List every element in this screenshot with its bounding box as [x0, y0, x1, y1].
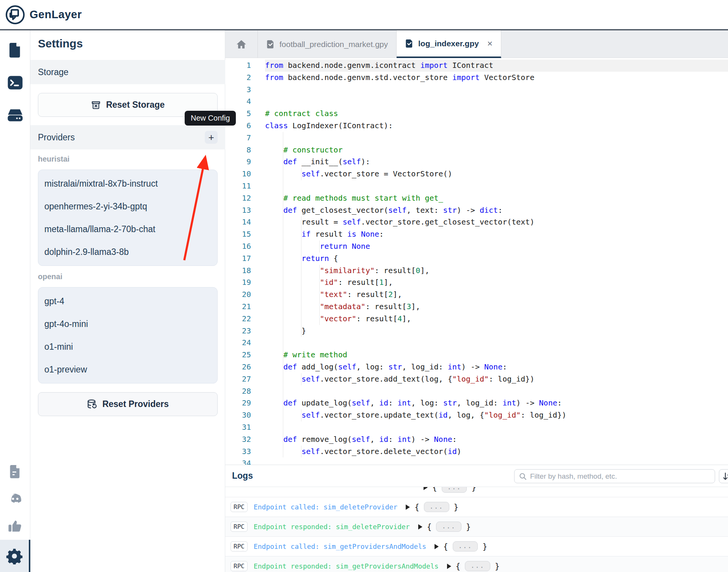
- log-filter-input[interactable]: [530, 472, 710, 481]
- logs-panel: Logs { ... } RPC Endp: [225, 465, 728, 572]
- provider-model-item[interactable]: mistralai/mixtral-8x7b-instruct: [38, 179, 217, 189]
- providers-section-label: Providers: [38, 132, 75, 143]
- expand-caret-icon[interactable]: [406, 504, 410, 510]
- provider-model-item[interactable]: gpt-4o-mini: [38, 319, 217, 329]
- log-row[interactable]: RPC Endpoint called: sim_getProvidersAnd…: [225, 537, 728, 556]
- code-line: 15if result is None:: [225, 228, 728, 240]
- line-number: 14: [225, 216, 251, 228]
- provider-model-item[interactable]: dolphin-2.9-llama3-8b: [38, 247, 217, 257]
- genlayer-logo-icon: [5, 5, 25, 25]
- expand-dots-pill[interactable]: ...: [442, 487, 467, 493]
- log-filter: [514, 469, 715, 483]
- sort-icon: [722, 472, 728, 481]
- provider-model-item[interactable]: o1-preview: [38, 365, 217, 375]
- reset-storage-label: Reset Storage: [106, 100, 165, 110]
- expand-dots-pill[interactable]: ...: [465, 561, 490, 571]
- code-line: 20"text": result[2],: [225, 289, 728, 301]
- line-number: 19: [225, 277, 251, 289]
- open-brace: {: [456, 562, 461, 571]
- code-editor-content[interactable]: 1from backend.node.genvm.icontract impor…: [225, 58, 728, 465]
- code-line: 4: [225, 96, 728, 108]
- settings-gear-icon: [6, 548, 23, 564]
- expand-dots-pill[interactable]: ...: [424, 502, 449, 512]
- expand-caret-icon[interactable]: [447, 564, 451, 569]
- line-number: 1: [225, 60, 251, 72]
- code-line: 6class LogIndexer(IContract):: [225, 120, 728, 132]
- close-brace: }: [482, 542, 487, 551]
- provider-card-heuristai: mistralai/mixtral-8x7b-instruct openherm…: [38, 170, 218, 266]
- thumbs-up-icon[interactable]: [7, 518, 24, 534]
- code-line: 27self.vector_store.add_text(log, {"log_…: [225, 373, 728, 385]
- expand-dots-pill[interactable]: ...: [453, 541, 478, 552]
- line-number: 24: [225, 337, 251, 349]
- code-line: 26def add_log(self, log: str, log_id: in…: [225, 361, 728, 373]
- provider-model-item[interactable]: openhermes-2-yi-34b-gptq: [38, 201, 217, 212]
- line-number: 18: [225, 265, 251, 277]
- expand-caret-icon[interactable]: [435, 544, 439, 549]
- editor-tab[interactable]: log_indexer.gpy ×: [397, 30, 501, 58]
- line-number: 26: [225, 361, 251, 373]
- reset-providers-label: Reset Providers: [102, 399, 169, 409]
- code-line: 9def __init__(self):: [225, 156, 728, 168]
- rpc-badge: RPC: [231, 561, 248, 571]
- line-number: 31: [225, 421, 251, 434]
- line-number: 2: [225, 72, 251, 84]
- editor-tab-bar: football_prediction_market.gpy log_index…: [225, 30, 728, 58]
- close-brace: }: [466, 522, 471, 531]
- docs-file-icon[interactable]: [7, 463, 24, 480]
- line-number: 17: [225, 253, 251, 265]
- open-brace: {: [432, 487, 437, 492]
- genlayer-logo: GenLayer: [0, 5, 82, 25]
- log-message: Endpoint responded: sim_deleteProvider: [254, 523, 410, 531]
- storage-section-label: Storage: [38, 67, 69, 77]
- log-list: { ... } RPC Endpoint called: sim_deleteP…: [225, 487, 728, 572]
- file-check-icon: [266, 40, 275, 49]
- storage-section-header: Storage: [30, 60, 225, 84]
- expand-dots-pill[interactable]: ...: [436, 522, 461, 532]
- code-line: 32def remove_log(self, id: int) -> None:: [225, 434, 728, 446]
- provider-model-item[interactable]: o1-mini: [38, 342, 217, 352]
- sort-logs-button[interactable]: [719, 469, 728, 483]
- line-number: 15: [225, 228, 251, 240]
- storage-drive-icon[interactable]: [7, 107, 24, 124]
- provider-group-label-heuristai: heuristai: [38, 155, 69, 163]
- log-message: Endpoint responded: sim_getProvidersAndM…: [254, 562, 439, 570]
- app-header: GenLayer: [0, 0, 728, 30]
- home-icon: [236, 39, 246, 49]
- line-number: 9: [225, 156, 251, 168]
- provider-model-item[interactable]: gpt-4: [38, 296, 217, 306]
- contracts-file-icon[interactable]: [7, 42, 24, 58]
- file-check-icon: [405, 39, 414, 48]
- tab-home[interactable]: [225, 30, 258, 58]
- search-icon: [519, 473, 527, 480]
- line-number: 28: [225, 385, 251, 398]
- editor-tab[interactable]: football_prediction_market.gpy: [258, 30, 397, 58]
- code-line: 25# write method: [225, 349, 728, 361]
- provider-model-item[interactable]: meta-llama/llama-2-70b-chat: [38, 224, 217, 234]
- settings-gear-tab[interactable]: [0, 540, 30, 572]
- close-tab-icon[interactable]: ×: [487, 38, 493, 49]
- code-line: 11: [225, 180, 728, 192]
- add-provider-button[interactable]: +: [205, 131, 218, 144]
- code-line: 28: [225, 385, 728, 398]
- log-row[interactable]: RPC Endpoint responded: sim_deleteProvid…: [225, 517, 728, 537]
- rpc-badge: RPC: [231, 522, 248, 532]
- line-number: 3: [225, 84, 251, 96]
- code-line: 19"id": result[1],: [225, 277, 728, 289]
- discord-icon[interactable]: [7, 490, 24, 507]
- tab-label: log_indexer.gpy: [418, 39, 479, 48]
- code-line: 1from backend.node.genvm.icontract impor…: [225, 60, 728, 72]
- code-line: 31: [225, 421, 728, 434]
- rpc-badge: RPC: [231, 502, 248, 512]
- terminal-icon[interactable]: [7, 74, 24, 91]
- log-row[interactable]: RPC Endpoint responded: sim_getProviders…: [225, 556, 728, 572]
- reset-providers-button[interactable]: Reset Providers: [38, 392, 218, 416]
- expand-caret-icon[interactable]: [424, 487, 428, 490]
- brand-title: GenLayer: [30, 8, 82, 21]
- line-number: 10: [225, 168, 251, 180]
- line-number: 34: [225, 457, 251, 465]
- log-row[interactable]: RPC Endpoint called: sim_deleteProvider …: [225, 497, 728, 517]
- line-number: 27: [225, 373, 251, 385]
- expand-caret-icon[interactable]: [418, 524, 422, 530]
- settings-panel: Settings Storage Reset Storage Providers…: [30, 30, 225, 572]
